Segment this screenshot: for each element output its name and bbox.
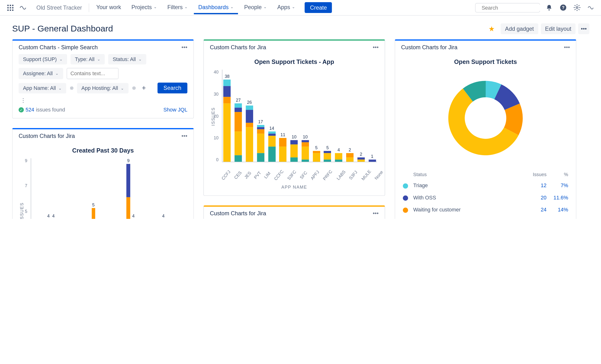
page-title: SUP - General Dashboard [12, 24, 113, 34]
chevron-down-icon: ⌄ [230, 5, 234, 9]
product-name: Old Street Tracker [32, 4, 86, 11]
open-tickets-donut-panel: Custom Charts for Jira ••• Open Support … [395, 39, 576, 219]
page-header: SUP - General Dashboard ★ Add gadget Edi… [0, 16, 601, 39]
contains-text-input[interactable] [67, 68, 119, 79]
remove-filter-icon[interactable]: ⊗ [70, 85, 74, 91]
apphosting-filter[interactable]: App Hosting: All⌄ [77, 83, 128, 93]
notifications-icon[interactable] [544, 3, 554, 12]
chart-title: Created Past 30 Days [19, 147, 187, 154]
donut-chart [401, 70, 570, 167]
chart-title: Open Support Tickets - App [210, 58, 379, 65]
svg-rect-8 [12, 9, 13, 10]
panel-title: Custom Charts for Jira [210, 210, 373, 217]
search-input[interactable] [481, 5, 546, 10]
svg-rect-0 [8, 5, 9, 6]
assignee-filter[interactable]: Assignee: All⌄ [19, 68, 63, 79]
project-filter[interactable]: Support (SUP)⌄ [19, 54, 67, 64]
nav-item-dashboards[interactable]: Dashboards⌄ [194, 1, 238, 14]
svg-rect-6 [8, 9, 9, 10]
legend-row[interactable]: Waiting for customer2414% [401, 204, 570, 216]
created-30-panel: Custom Charts for Jira ••• Created Past … [12, 128, 194, 219]
panel-title: Custom Charts for Jira [401, 44, 564, 51]
edit-layout-button[interactable]: Edit layout [541, 23, 576, 34]
nav-divider [89, 3, 90, 12]
panel-title: Custom Charts for Jira [210, 44, 373, 51]
svg-rect-7 [10, 9, 11, 10]
product-logo-icon[interactable] [17, 2, 29, 13]
type-filter[interactable]: Type: All⌄ [70, 54, 105, 64]
legend-row[interactable]: With OSS2011.6% [401, 191, 570, 204]
svg-rect-3 [8, 7, 9, 8]
status-filter[interactable]: Status: All⌄ [109, 54, 146, 64]
donut-legend: Status Issues % Triage127%With OSS2011.6… [401, 169, 570, 219]
favorite-star-icon[interactable]: ★ [489, 25, 494, 33]
profile-icon[interactable] [586, 3, 595, 12]
nav-item-your-work[interactable]: Your work [92, 1, 125, 14]
panel-title: Custom Charts for Jira [19, 133, 181, 139]
show-jql-link[interactable]: Show JQL [163, 107, 188, 113]
chevron-down-icon: ⌄ [292, 5, 295, 9]
open-by-app-table-panel: Custom Charts for Jira ••• ≡App NameTria… [203, 206, 385, 219]
nav-item-projects[interactable]: Projects⌄ [127, 1, 161, 14]
panel-more-icon[interactable]: ••• [373, 210, 379, 217]
svg-rect-4 [10, 7, 11, 8]
open-by-app-chart: ISSUES 403020100 3827261714111010554221 … [210, 70, 379, 174]
issues-found-label: ✓ 524 issues found [19, 107, 65, 113]
panel-more-icon[interactable]: ••• [373, 44, 379, 51]
search-more-icon[interactable]: ⋮ [19, 97, 28, 103]
created-30-chart: ISSUES 97520 130443202003521000394333004… [19, 158, 187, 219]
chevron-down-icon: ⌄ [263, 5, 267, 9]
svg-rect-2 [12, 5, 13, 6]
help-icon[interactable]: ? [558, 3, 568, 12]
search-button[interactable]: Search [158, 83, 188, 93]
remove-filter-icon[interactable]: ⊗ [132, 85, 136, 91]
appname-filter[interactable]: App Name: All⌄ [19, 83, 66, 93]
open-by-app-panel: Custom Charts for Jira ••• Open Support … [203, 39, 385, 196]
app-switcher-icon[interactable] [6, 3, 15, 12]
chart-title: Open Support Tickets [401, 58, 570, 65]
svg-point-13 [576, 7, 578, 9]
create-button[interactable]: Create [305, 2, 332, 13]
settings-icon[interactable] [572, 3, 582, 12]
svg-text:?: ? [561, 5, 564, 10]
add-gadget-button[interactable]: Add gadget [501, 23, 538, 34]
success-icon: ✓ [19, 107, 24, 112]
svg-rect-1 [10, 5, 11, 6]
svg-rect-5 [12, 7, 13, 8]
panel-more-icon[interactable]: ••• [181, 133, 188, 139]
chevron-down-icon: ⌄ [184, 5, 188, 9]
chevron-down-icon: ⌄ [154, 5, 157, 9]
panel-more-icon[interactable]: ••• [564, 44, 570, 51]
simple-search-panel: Custom Charts - Simple Search ••• Suppor… [12, 39, 194, 118]
panel-more-icon[interactable]: ••• [181, 44, 188, 51]
legend-row[interactable]: Triage127% [401, 179, 570, 191]
dashboard-more-icon[interactable]: ••• [578, 23, 589, 34]
nav-item-people[interactable]: People⌄ [240, 1, 271, 14]
nav-item-filters[interactable]: Filters⌄ [163, 1, 192, 14]
add-filter-icon[interactable]: + [139, 84, 148, 92]
global-search[interactable] [475, 3, 540, 12]
top-nav: Old Street Tracker Your workProjects⌄Fil… [0, 0, 601, 16]
legend-row[interactable]: With Dev9857% [401, 216, 570, 219]
nav-item-apps[interactable]: Apps⌄ [273, 1, 300, 14]
panel-title: Custom Charts - Simple Search [19, 44, 181, 51]
